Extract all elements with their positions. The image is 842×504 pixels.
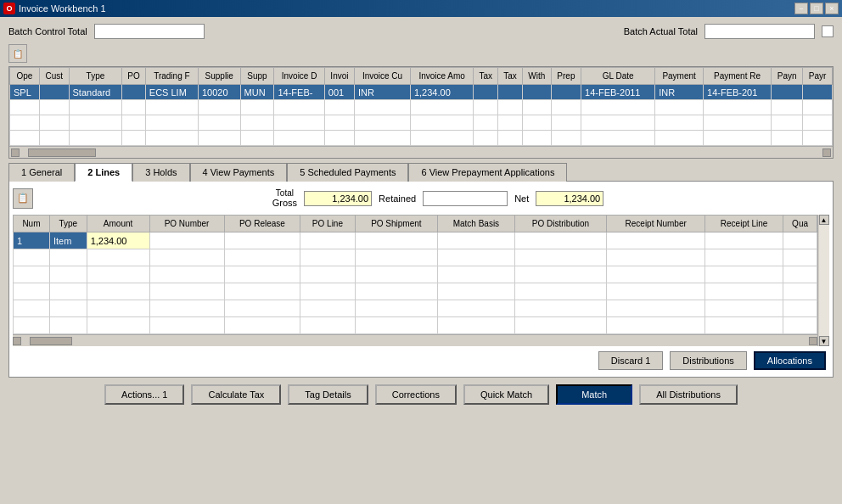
col-gldate: GL Date: [581, 68, 655, 85]
col-paymentre: Payment Re: [704, 68, 772, 85]
main-grid-scroll[interactable]: Ope Cust Type PO Trading F Supplie Supp …: [9, 67, 833, 146]
tab-view-prepayment[interactable]: 6 View Prepayment Applications: [408, 163, 567, 182]
lines-grid-row[interactable]: 1 Item 1,234.00: [14, 232, 817, 249]
main-grid-empty-row: [10, 131, 833, 146]
tab-lines[interactable]: 2 Lines: [75, 163, 132, 182]
cell-invoiceamo: 1,234.00: [410, 85, 473, 100]
discard-button[interactable]: Discard 1: [598, 351, 663, 370]
hscroll-thumb[interactable]: [28, 148, 96, 157]
cell-cust: [39, 85, 69, 100]
vscroll-up[interactable]: ▲: [819, 215, 829, 225]
calculate-tax-button[interactable]: Calculate Tax: [191, 384, 281, 405]
col-invoiceamo: Invoice Amo: [410, 68, 473, 85]
col-payn: Payn: [772, 68, 803, 85]
batch-control-input[interactable]: [94, 24, 205, 39]
lines-panel-icon[interactable]: 📋: [13, 188, 33, 209]
col-tax2: Tax: [498, 68, 523, 85]
col-with: With: [522, 68, 551, 85]
cell-supp: MUN: [240, 85, 274, 100]
main-grid-row[interactable]: SPL Standard ECS LIM 10020 MUN 14-FEB- 0…: [10, 85, 833, 100]
cell-payn: [772, 85, 803, 100]
lcol-poshipment: PO Shipment: [355, 216, 438, 232]
toolbar-icon-1[interactable]: 📋: [8, 44, 27, 63]
batch-checkbox[interactable]: [822, 25, 834, 37]
window-body: Batch Control Total Batch Actual Total 📋…: [0, 17, 842, 412]
col-payr: Payr: [803, 68, 833, 85]
col-cust: Cust: [39, 68, 69, 85]
lcell-matchbasis: [438, 232, 514, 249]
lcell-amount: 1,234.00: [87, 232, 149, 249]
cell-type: Standard: [69, 85, 122, 100]
distributions-button[interactable]: Distributions: [670, 351, 747, 370]
lcol-ponumber: PO Number: [149, 216, 224, 232]
lcell-receiptline: [705, 232, 783, 249]
match-button[interactable]: Match: [556, 384, 632, 405]
minimize-button[interactable]: −: [794, 3, 808, 14]
col-invoiced: Invoice D: [274, 68, 324, 85]
cell-payr: [803, 85, 833, 100]
batch-actual-input[interactable]: [704, 24, 815, 39]
batch-row: Batch Control Total Batch Actual Total: [3, 20, 839, 42]
lcol-type: Type: [49, 216, 87, 232]
tab-scheduled-payments[interactable]: 5 Scheduled Payments: [287, 163, 408, 182]
tab-general[interactable]: 1 General: [8, 163, 75, 182]
quick-match-button[interactable]: Quick Match: [463, 384, 549, 405]
window-controls[interactable]: − □ ×: [794, 3, 839, 14]
col-supp: Supp: [240, 68, 274, 85]
retained-value-input[interactable]: [423, 191, 508, 206]
col-tax1: Tax: [474, 68, 498, 85]
lcol-amount: Amount: [87, 216, 149, 232]
allocations-button[interactable]: Allocations: [754, 351, 826, 370]
lines-grid-scroll[interactable]: Num Type Amount PO Number PO Release PO …: [13, 215, 817, 334]
main-grid-hscroll[interactable]: [9, 146, 833, 158]
vscroll-down[interactable]: ▼: [819, 336, 829, 346]
lcol-podistribution: PO Distribution: [514, 216, 607, 232]
lcell-ponumber: [149, 232, 224, 249]
lines-panel: 📋 Total Gross Retained Net: [8, 181, 834, 378]
lines-hscroll-thumb[interactable]: [30, 337, 72, 345]
total-section: Total Gross Retained Net: [47, 185, 829, 211]
tag-details-button[interactable]: Tag Details: [288, 384, 368, 405]
all-distributions-button[interactable]: All Distributions: [639, 384, 738, 405]
gross-value-input[interactable]: [304, 191, 372, 206]
tab-view-payments[interactable]: 4 View Payments: [190, 163, 288, 182]
window-title: Invoice Workbench 1: [19, 3, 106, 14]
tab-strip: 1 General 2 Lines 3 Holds 4 View Payment…: [8, 162, 839, 181]
lcell-poline: [300, 232, 355, 249]
gross-label: Gross: [272, 198, 297, 208]
lcol-porelease: PO Release: [224, 216, 300, 232]
cell-tax1: [474, 85, 498, 100]
cell-supplier: 10020: [198, 85, 240, 100]
cell-invoicecu: INR: [355, 85, 411, 100]
lcol-matchbasis: Match Basis: [438, 216, 514, 232]
corrections-button[interactable]: Corrections: [375, 384, 457, 405]
cell-po: [122, 85, 145, 100]
title-bar: O Invoice Workbench 1 − □ ×: [0, 0, 842, 17]
lcol-qua: Qua: [783, 216, 817, 232]
main-grid-empty-row: [10, 115, 833, 131]
lcol-receiptnumber: Receipt Number: [607, 216, 705, 232]
lcell-poshipment: [355, 232, 438, 249]
lines-empty-row: [14, 283, 817, 300]
actions-button[interactable]: Actions... 1: [104, 384, 184, 405]
maximize-button[interactable]: □: [810, 3, 823, 14]
lcell-porelease: [224, 232, 300, 249]
lines-hscroll[interactable]: [13, 334, 817, 346]
col-invoicecu: Invoice Cu: [355, 68, 411, 85]
cell-prep: [551, 85, 581, 100]
lines-grid-container: Num Type Amount PO Number PO Release PO …: [13, 215, 829, 346]
col-po: PO: [122, 68, 145, 85]
net-value-input[interactable]: [536, 191, 603, 206]
col-tradingf: Trading F: [145, 68, 198, 85]
close-button[interactable]: ×: [825, 3, 839, 14]
lines-vscroll[interactable]: ▲ ▼: [817, 215, 829, 346]
lcol-receiptline: Receipt Line: [705, 216, 783, 232]
tab-holds[interactable]: 3 Holds: [132, 163, 189, 182]
retained-label: Retained: [379, 193, 416, 204]
cell-gldate: 14-FEB-2011: [581, 85, 655, 100]
lcell-podistribution: [514, 232, 607, 249]
col-supplier: Supplie: [198, 68, 240, 85]
lines-actions: Discard 1 Distributions Allocations: [13, 346, 829, 373]
main-grid-empty-row: [10, 100, 833, 115]
cell-ope: SPL: [10, 85, 40, 100]
